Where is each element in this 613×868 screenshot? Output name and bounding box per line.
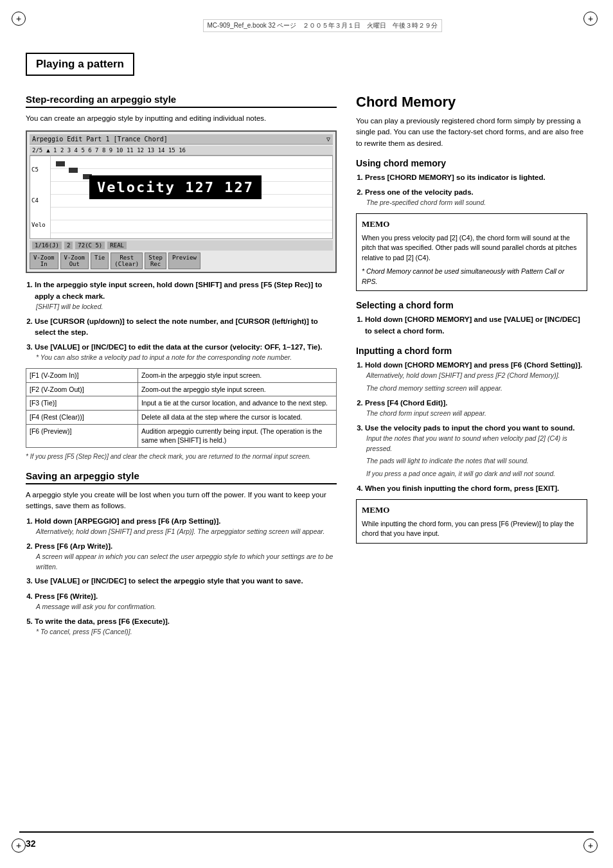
using-step-2-bold: Press one of the velocity pads. xyxy=(365,188,474,196)
using-memo-text: When you press velocity pad [2] (C4), th… xyxy=(362,234,576,262)
step-recording-intro: You can create an arpeggio style by inpu… xyxy=(26,113,337,124)
page-header: MC-909_Ref_e.book 32 ページ ２００５年３月１日 火曜日 午… xyxy=(26,19,587,37)
using-step-2-sub: The pre-specified chord form will sound. xyxy=(366,198,587,208)
step-recording-steps: In the arpeggio style input screen, hold… xyxy=(35,279,337,363)
using-chord-memory-section: Using chord memory Press [CHORD MEMORY] … xyxy=(356,158,587,292)
left-column: Step-recording an arpeggio style You can… xyxy=(26,94,337,642)
arp-screen-header-left: Arpeggio Edit Part 1 [Trance Chord] xyxy=(32,136,168,143)
saving-step-2-bold: Press [F6 (Arp Write)]. xyxy=(35,542,112,550)
chord-memory-heading: Chord Memory xyxy=(356,94,587,111)
table-key-0: [F1 (V-Zoom In)] xyxy=(26,369,138,383)
corner-mark-tr xyxy=(583,12,601,30)
header-meta-text: MC-909_Ref_e.book 32 ページ ２００５年３月１日 火曜日 午… xyxy=(203,19,443,32)
page-title-box: Playing a pattern xyxy=(26,53,134,76)
inputting-chord-heading: Inputting a chord form xyxy=(356,346,587,356)
inputting-step-3-sub1: Input the notes that you want to sound w… xyxy=(366,434,587,454)
inputting-step-1: Hold down [CHORD MEMORY] and press [F6 (… xyxy=(365,360,587,394)
arp-btn-vzoom-in[interactable]: V-ZoomIn xyxy=(30,252,58,269)
step-rec-step-2-bold: Use [CURSOR (up/down)] to select the not… xyxy=(35,317,318,336)
page-number: 32 xyxy=(26,838,36,849)
using-chord-steps: Press [CHORD MEMORY] so its indicator is… xyxy=(365,172,587,208)
using-step-2: Press one of the velocity pads. The pre-… xyxy=(365,187,587,208)
right-column: Chord Memory You can play a previously r… xyxy=(356,94,587,642)
note-block-1 xyxy=(56,161,65,166)
table-key-3: [F4 (Rest (Clear))] xyxy=(26,411,138,425)
table-val-0: Zoom-in the arpeggio style input screen. xyxy=(138,369,336,383)
using-memo-box: MEMO When you press velocity pad [2] (C4… xyxy=(356,213,587,291)
arp-bottom-bar: 1/16(J) 2 72(C 5) REAL xyxy=(30,240,333,251)
saving-intro: A arpeggio style you create will be lost… xyxy=(26,490,337,512)
inputting-chord-section: Inputting a chord form Hold down [CHORD … xyxy=(356,346,587,544)
selecting-chord-steps: Hold down [CHORD MEMORY] and use [VALUE]… xyxy=(365,314,587,337)
step-rec-step-2: Use [CURSOR (up/down)] to select the not… xyxy=(35,316,337,339)
arp-screen-header-right: ▽ xyxy=(326,136,330,143)
table-row: [F4 (Rest (Clear))] Delete all data at t… xyxy=(26,411,337,425)
saving-step-4: Press [F6 (Write)]. A message will ask y… xyxy=(35,591,337,612)
selecting-step-1: Hold down [CHORD MEMORY] and use [VALUE]… xyxy=(365,314,587,337)
saving-step-2-sub: A screen will appear in which you can se… xyxy=(36,552,337,572)
saving-step-1: Hold down [ARPEGGIO] and press [F6 (Arp … xyxy=(35,516,337,537)
arp-note-area: Velocity 127 127 xyxy=(51,156,332,238)
step-rec-step-3: Use [VALUE] or [INC/DEC] to edit the dat… xyxy=(35,342,337,363)
velocity-value-num: 127 xyxy=(224,179,254,195)
inputting-step-1-bold: Hold down [CHORD MEMORY] and press [F6 (… xyxy=(365,361,582,369)
table-val-2: Input a tie at the cursor location, and … xyxy=(138,396,336,411)
arp-info-3: 72(C 5) xyxy=(75,242,105,249)
table-val-1: Zoom-out the arpeggio style input screen… xyxy=(138,382,336,396)
saving-step-2: Press [F6 (Arp Write)]. A screen will ap… xyxy=(35,541,337,572)
table-footnote: * If you press [F5 (Step Rec)] and clear… xyxy=(26,453,337,460)
inputting-memo-label: MEMO xyxy=(362,504,582,517)
table-val-3: Delete all data at the step where the cu… xyxy=(138,411,336,425)
note-block-2 xyxy=(69,168,78,173)
arp-btn-vzoom-out[interactable]: V-ZoomOut xyxy=(60,252,89,269)
inputting-step-2-sub: The chord form input screen will appear. xyxy=(366,409,587,419)
inputting-step-3: Use the velocity pads to input the chord… xyxy=(365,423,587,479)
saving-steps: Hold down [ARPEGGIO] and press [F6 (Arp … xyxy=(35,516,337,637)
inputting-step-3-sub3: If you press a pad once again, it will g… xyxy=(366,469,587,479)
using-step-1: Press [CHORD MEMORY] so its indicator is… xyxy=(365,172,587,183)
arp-ref-table: [F1 (V-Zoom In)] Zoom-in the arpeggio st… xyxy=(26,368,337,448)
arp-grid-inner: C5 C4 Velo xyxy=(30,156,332,238)
saving-step-5-bold: To write the data, press [F6 (Execute)]. xyxy=(35,617,170,625)
inputting-memo-text: While inputting the chord form, you can … xyxy=(362,520,574,538)
arp-screen: Arpeggio Edit Part 1 [Trance Chord] ▽ 2/… xyxy=(26,130,337,273)
arp-btn-step-rec[interactable]: StepRec xyxy=(145,252,166,269)
using-memo-italic: * Chord Memory cannot be used simultaneo… xyxy=(362,267,582,287)
arp-note-c4: C4 xyxy=(31,197,49,204)
arp-btn-tie[interactable]: Tie xyxy=(91,252,109,269)
inputting-step-1-sub1: Alternatively, hold down [SHIFT] and pre… xyxy=(366,371,587,381)
arp-beat-markers: ▲ 1 2 3 4 5 6 7 8 9 10 11 12 13 14 15 16 xyxy=(46,147,186,154)
velocity-value: 127 xyxy=(185,179,215,195)
arp-btn-rest[interactable]: Rest(Clear) xyxy=(111,252,143,269)
arp-label-col: C5 C4 Velo xyxy=(30,156,51,238)
inputting-step-2: Press [F4 (Chord Edit)]. The chord form … xyxy=(365,398,587,419)
saving-heading: Saving an arpeggio style xyxy=(26,470,337,484)
using-step-1-bold: Press [CHORD MEMORY] so its indicator is… xyxy=(365,173,546,181)
selecting-chord-section: Selecting a chord form Hold down [CHORD … xyxy=(356,300,587,337)
arp-note-c5: C5 xyxy=(31,166,49,173)
saving-step-4-bold: Press [F6 (Write)]. xyxy=(35,592,98,600)
table-key-1: [F2 (V-Zoom Out)] xyxy=(26,382,138,396)
corner-mark-tl xyxy=(12,12,30,30)
bottom-rule xyxy=(19,831,594,833)
table-row: [F6 (Preview)] Audition arpeggio current… xyxy=(26,424,337,447)
saving-step-3-bold: Use [VALUE] or [INC/DEC] to select the a… xyxy=(35,577,303,585)
two-column-layout: Step-recording an arpeggio style You can… xyxy=(26,94,587,642)
step-recording-heading: Step-recording an arpeggio style xyxy=(26,94,337,108)
saving-step-1-sub: Alternatively, hold down [SHIFT] and pre… xyxy=(36,527,337,537)
velocity-label: Velocity xyxy=(97,179,175,195)
step-rec-step-1: In the arpeggio style input screen, hold… xyxy=(35,279,337,312)
step-rec-step-3-bold: Use [VALUE] or [INC/DEC] to edit the dat… xyxy=(35,343,323,351)
inputting-chord-steps: Hold down [CHORD MEMORY] and press [F6 (… xyxy=(365,360,587,494)
arp-screen-header: Arpeggio Edit Part 1 [Trance Chord] ▽ xyxy=(30,134,333,145)
arp-btn-preview[interactable]: Preview xyxy=(168,252,200,269)
table-row: [F2 (V-Zoom Out)] Zoom-out the arpeggio … xyxy=(26,382,337,396)
step-rec-step-1-sub: [SHIFT] will be locked. xyxy=(36,302,337,312)
saving-step-5: To write the data, press [F6 (Execute)].… xyxy=(35,616,337,637)
corner-mark-br xyxy=(583,838,601,856)
chord-memory-intro: You can play a previously registered cho… xyxy=(356,116,587,149)
saving-step-3: Use [VALUE] or [INC/DEC] to select the a… xyxy=(35,576,337,587)
page-title: Playing a pattern xyxy=(36,58,124,70)
saving-step-5-footnote: * To cancel, press [F5 (Cancel)]. xyxy=(36,627,337,637)
arp-info-4: REAL xyxy=(107,242,127,249)
